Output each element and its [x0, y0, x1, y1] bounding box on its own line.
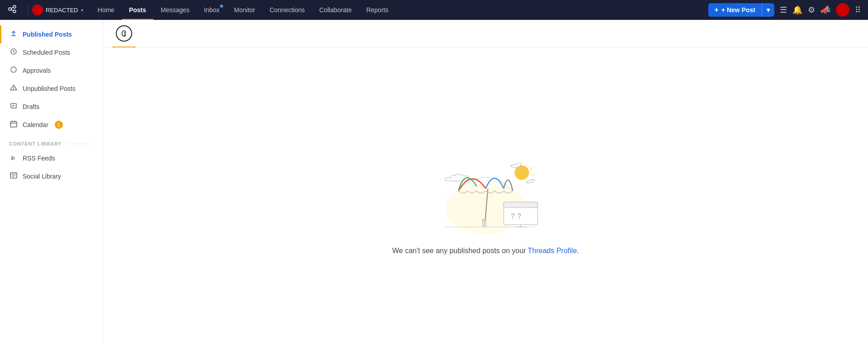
- svg-point-0: [9, 8, 11, 10]
- sidebar-item-rss-feeds[interactable]: RSS Feeds: [0, 149, 103, 167]
- topnav-right: + + New Post ▾ ☰ 🔔 ⚙ 📣 ⠿: [708, 3, 861, 17]
- user-avatar[interactable]: [836, 3, 849, 17]
- account-name: REDACTED: [46, 7, 78, 14]
- account-switcher[interactable]: REDACTED ▾: [32, 5, 83, 15]
- settings-icon[interactable]: ⚙: [808, 5, 815, 15]
- nav-item-reports[interactable]: Reports: [359, 0, 396, 20]
- calendar-label: Calendar: [23, 121, 48, 128]
- svg-rect-31: [504, 202, 538, 207]
- sidebar: Published Posts Scheduled Posts Approval…: [0, 20, 103, 344]
- tab-threads[interactable]: [112, 20, 136, 47]
- nav-item-monitor[interactable]: Monitor: [227, 0, 262, 20]
- rss-feeds-label: RSS Feeds: [23, 155, 55, 162]
- drafts-label: Drafts: [23, 103, 39, 110]
- rss-icon: [9, 154, 18, 163]
- menu-icon[interactable]: ☰: [780, 5, 787, 15]
- svg-point-28: [532, 174, 534, 176]
- plus-icon: +: [715, 6, 719, 14]
- svg-rect-15: [10, 122, 17, 127]
- svg-point-26: [515, 165, 529, 180]
- svg-point-19: [11, 159, 13, 160]
- sidebar-item-calendar[interactable]: Calendar 1: [0, 116, 103, 134]
- svg-text:? ?: ? ?: [510, 212, 521, 220]
- svg-point-2: [13, 10, 16, 13]
- new-post-button[interactable]: + + New Post ▾: [708, 3, 774, 17]
- logo-icon: [7, 4, 17, 16]
- threads-icon: [116, 25, 132, 42]
- svg-point-27: [530, 167, 532, 170]
- calendar-badge: 1: [55, 121, 63, 129]
- svg-point-36: [482, 219, 486, 221]
- account-avatar: [32, 5, 43, 15]
- svg-point-1: [13, 5, 16, 8]
- new-post-dropdown-arrow[interactable]: ▾: [762, 4, 774, 16]
- main-navigation: Home Posts Messages Inbox Monitor Connec…: [91, 0, 708, 20]
- unpublished-posts-label: Unpublished Posts: [23, 85, 76, 92]
- main-content: ? ? We can't see any published posts on …: [103, 20, 868, 344]
- nav-divider: [28, 5, 29, 15]
- sidebar-item-approvals[interactable]: Approvals: [0, 61, 103, 80]
- nav-item-collaborate[interactable]: Collaborate: [312, 0, 359, 20]
- calendar-icon: [9, 120, 18, 129]
- bell-icon[interactable]: 🔔: [792, 5, 802, 15]
- scheduled-posts-icon: [9, 48, 18, 57]
- tabs-bar: [103, 20, 868, 47]
- apps-icon[interactable]: ⠿: [855, 5, 861, 15]
- content-library-label: CONTENT LIBRARY: [0, 134, 103, 149]
- sidebar-item-published-posts[interactable]: Published Posts: [0, 25, 103, 43]
- published-posts-icon: [9, 30, 18, 39]
- nav-item-home[interactable]: Home: [91, 0, 122, 20]
- approvals-label: Approvals: [23, 67, 51, 74]
- social-library-icon: [9, 172, 18, 181]
- svg-rect-12: [11, 104, 16, 108]
- sidebar-item-unpublished-posts[interactable]: Unpublished Posts: [0, 80, 103, 98]
- new-post-label: + New Post: [721, 6, 755, 14]
- nav-item-inbox[interactable]: Inbox: [197, 0, 227, 20]
- top-navigation: REDACTED ▾ Home Posts Messages Inbox Mon…: [0, 0, 868, 20]
- megaphone-icon[interactable]: 📣: [820, 5, 830, 15]
- drafts-icon: [9, 102, 18, 111]
- empty-message: We can't see any published posts on your…: [392, 247, 579, 255]
- threads-profile-link[interactable]: Threads Profile: [528, 247, 577, 254]
- svg-point-8: [11, 67, 16, 72]
- svg-point-11: [13, 89, 14, 90]
- nav-item-messages[interactable]: Messages: [153, 0, 197, 20]
- unpublished-posts-icon: [9, 84, 18, 93]
- empty-state: ? ? We can't see any published posts on …: [103, 47, 868, 344]
- published-posts-label: Published Posts: [23, 31, 72, 38]
- social-library-label: Social Library: [23, 173, 61, 180]
- empty-illustration: ? ?: [418, 137, 553, 236]
- nav-item-posts[interactable]: Posts: [122, 0, 153, 20]
- sidebar-item-drafts[interactable]: Drafts: [0, 98, 103, 116]
- svg-line-3: [11, 7, 13, 9]
- approvals-icon: [9, 66, 18, 75]
- nav-item-connections[interactable]: Connections: [262, 0, 312, 20]
- inbox-badge: [220, 5, 223, 8]
- sidebar-item-scheduled-posts[interactable]: Scheduled Posts: [0, 43, 103, 61]
- sidebar-item-social-library[interactable]: Social Library: [0, 167, 103, 185]
- svg-line-4: [11, 9, 13, 11]
- chevron-down-icon: ▾: [81, 8, 83, 13]
- logo[interactable]: [7, 4, 17, 16]
- scheduled-posts-label: Scheduled Posts: [23, 49, 70, 56]
